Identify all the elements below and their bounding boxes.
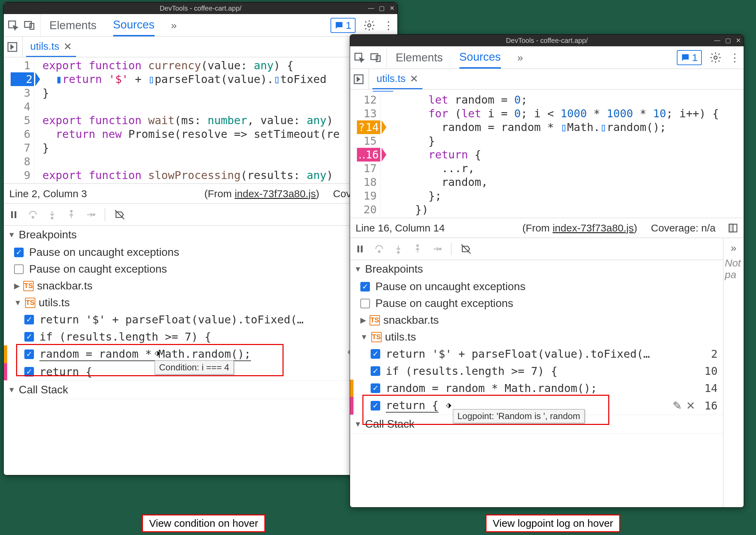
edit-icon[interactable]: ✎: [673, 399, 682, 412]
gutter-line[interactable]: 7: [11, 141, 31, 155]
code-line[interactable]: }: [43, 86, 340, 100]
maximize-icon[interactable]: ▢: [379, 4, 385, 12]
file-tab-utils[interactable]: utils.ts ✕: [26, 37, 76, 57]
minimize-icon[interactable]: —: [714, 37, 720, 44]
breakpoints-header[interactable]: ▼Breakpoints: [350, 260, 723, 278]
kebab-icon[interactable]: ⋮: [729, 51, 740, 64]
breakpoint-row[interactable]: ✓if (results.length >= 7) {10: [350, 362, 723, 380]
breakpoint-checkbox[interactable]: ✓: [24, 349, 34, 359]
expand-panel-icon[interactable]: »: [731, 242, 736, 254]
remove-icon[interactable]: ✕: [686, 399, 695, 412]
inspect-icon[interactable]: [353, 52, 365, 63]
breakpoint-checkbox[interactable]: ✓: [371, 383, 380, 393]
toggle-navigator-icon[interactable]: [7, 41, 18, 53]
settings-icon[interactable]: [709, 51, 722, 64]
breakpoint-checkbox[interactable]: ✓: [371, 349, 380, 359]
step-out-icon[interactable]: [66, 210, 76, 220]
gutter-line[interactable]: 15: [357, 134, 377, 148]
from-link[interactable]: index-73f73a80.js: [553, 222, 634, 234]
breakpoint-checkbox[interactable]: ✓: [371, 401, 380, 411]
callstack-header[interactable]: ▼Call Stack: [4, 381, 397, 399]
breakpoint-checkbox[interactable]: ✓: [24, 315, 34, 324]
issues-badge[interactable]: 1: [331, 18, 356, 33]
close-tab-icon[interactable]: ✕: [410, 73, 418, 85]
more-tabs-icon[interactable]: »: [171, 20, 177, 31]
gutter-line[interactable]: 17: [357, 162, 377, 175]
gutter-line[interactable]: 3: [11, 86, 31, 100]
checkbox-pause-caught[interactable]: [14, 264, 24, 274]
code-line[interactable]: export function slowProcessing(results: …: [43, 168, 340, 182]
gutter-line[interactable]: 6: [11, 127, 31, 141]
deactivate-breakpoints-icon[interactable]: [460, 243, 471, 254]
gutter-line[interactable]: 2: [11, 72, 34, 86]
device-toggle-icon[interactable]: [24, 20, 35, 31]
breakpoint-row[interactable]: ✓return '$' + parseFloat(value).toFixed(…: [350, 345, 723, 362]
step-into-icon[interactable]: [47, 210, 57, 220]
code-line[interactable]: for (let i = 0; i < 1000 * 1000 * 10; i+…: [389, 107, 719, 120]
file-tab-utils[interactable]: utils.ts ✕: [372, 69, 422, 89]
gutter-line[interactable]: 8: [11, 155, 31, 168]
breakpoints-header[interactable]: ▼Breakpoints: [4, 226, 397, 244]
close-tab-icon[interactable]: ✕: [63, 40, 72, 52]
checkbox-pause-caught[interactable]: [360, 299, 370, 308]
gutter-line[interactable]: 4: [11, 100, 31, 114]
coverage-toggle-icon[interactable]: [728, 223, 738, 233]
gutter-line[interactable]: 12: [357, 93, 377, 107]
code-line[interactable]: };: [389, 189, 719, 203]
step-icon[interactable]: [432, 244, 442, 254]
tab-elements[interactable]: Elements: [49, 14, 97, 36]
code-line[interactable]: export function wait(ms: number, value: …: [43, 114, 340, 127]
tab-sources[interactable]: Sources: [459, 46, 501, 69]
step-into-icon[interactable]: [393, 244, 404, 254]
settings-icon[interactable]: [363, 19, 375, 32]
code-line[interactable]: random,: [389, 175, 719, 189]
code-line[interactable]: let random = 0;: [389, 93, 719, 107]
maximize-icon[interactable]: ▢: [725, 37, 731, 44]
more-tabs-icon[interactable]: »: [517, 52, 523, 63]
code-line[interactable]: }): [389, 203, 719, 216]
pause-icon[interactable]: [355, 244, 365, 254]
code-editor[interactable]: 12 13 14? 15 16‥ 17 18 19 20 let random …: [350, 92, 744, 218]
inspect-icon[interactable]: [7, 20, 19, 31]
breakpoint-row[interactable]: ✓return '$' + parseFloat(value).toFixed(…: [4, 311, 397, 328]
checkbox-pause-uncaught[interactable]: ✓: [14, 248, 24, 257]
code-line[interactable]: [43, 155, 340, 168]
code-line[interactable]: export function currency(value: any) {: [43, 59, 340, 72]
close-icon[interactable]: ✕: [389, 4, 395, 12]
breakpoint-row[interactable]: ✓if (results.length >= 7) {10: [4, 328, 397, 345]
issues-badge[interactable]: 1: [677, 50, 702, 65]
file-snackbar[interactable]: ▶TSsnackbar.ts: [4, 277, 397, 294]
breakpoint-checkbox[interactable]: ✓: [24, 332, 34, 342]
code-line[interactable]: }: [389, 134, 719, 148]
gutter-line[interactable]: 20: [357, 203, 377, 216]
close-icon[interactable]: ✕: [736, 37, 741, 44]
gutter-line[interactable]: 5: [11, 114, 31, 127]
file-utils[interactable]: ▼TSutils.ts: [4, 294, 397, 311]
gutter-line[interactable]: 16‥: [357, 148, 380, 162]
minimize-icon[interactable]: —: [368, 4, 374, 12]
breakpoint-checkbox[interactable]: ✓: [24, 367, 34, 377]
code-line[interactable]: ▮return '$' + ▯parseFloat(value).▯toFixe…: [43, 72, 340, 86]
code-line[interactable]: [43, 100, 340, 114]
breakpoint-checkbox[interactable]: ✓: [371, 366, 380, 376]
from-link[interactable]: index-73f73a80.js: [235, 188, 316, 199]
breakpoint-row[interactable]: ✓random = random * Math.random();14: [350, 380, 723, 397]
gutter-line[interactable]: 13: [357, 107, 377, 120]
code-line[interactable]: return {: [389, 148, 719, 162]
code-line[interactable]: random = random * ▯Math.▯random();: [389, 120, 719, 134]
toggle-navigator-icon[interactable]: [353, 73, 364, 85]
kebab-icon[interactable]: ⋮: [383, 19, 394, 32]
deactivate-breakpoints-icon[interactable]: [114, 209, 125, 220]
code-editor[interactable]: 1 2 3 4 5 6 7 8 9 export function curren…: [4, 57, 397, 184]
code-line[interactable]: return new Promise(resolve => setTimeout…: [43, 127, 340, 141]
gutter-line[interactable]: 1: [11, 59, 31, 72]
step-over-icon[interactable]: [374, 244, 384, 254]
gutter-line[interactable]: 19: [357, 189, 377, 203]
file-utils[interactable]: ▼TSutils.ts: [350, 329, 723, 345]
code-line[interactable]: }: [43, 141, 340, 155]
file-snackbar[interactable]: ▶TSsnackbar.ts: [350, 312, 723, 329]
step-over-icon[interactable]: [28, 210, 38, 220]
gutter-line[interactable]: 14?: [357, 120, 380, 134]
tab-elements[interactable]: Elements: [396, 46, 443, 69]
checkbox-pause-uncaught[interactable]: ✓: [360, 282, 370, 292]
